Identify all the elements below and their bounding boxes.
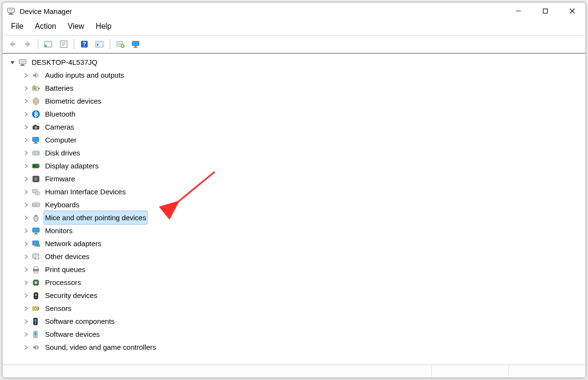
- svg-point-38: [35, 100, 37, 103]
- expander-icon[interactable]: [23, 318, 29, 325]
- toolbar-scan-button[interactable]: [92, 37, 107, 51]
- tree-item[interactable]: Processors: [2, 276, 586, 289]
- svg-rect-11: [45, 41, 52, 43]
- expander-icon[interactable]: [23, 111, 29, 118]
- expander-icon[interactable]: [9, 59, 16, 66]
- svg-point-111: [35, 308, 36, 309]
- computer-icon: [31, 135, 41, 145]
- tree-item[interactable]: Audio inputs and outputs: [2, 69, 586, 82]
- menu-help[interactable]: Help: [90, 21, 117, 32]
- expander-icon[interactable]: [23, 202, 29, 208]
- svg-rect-66: [33, 204, 34, 205]
- tree-item[interactable]: Display adapters: [2, 159, 586, 172]
- tree-item-label: Software components: [44, 314, 116, 328]
- svg-rect-1: [9, 9, 13, 11]
- expander-icon[interactable]: [23, 163, 29, 169]
- tree-item[interactable]: Print queues: [2, 263, 586, 276]
- svg-rect-70: [38, 204, 39, 205]
- expander-icon[interactable]: [23, 176, 29, 182]
- tree-item[interactable]: Monitors: [2, 224, 586, 237]
- svg-rect-34: [34, 87, 37, 89]
- maximize-button[interactable]: [532, 2, 559, 20]
- tree-item[interactable]: Security devices: [2, 289, 586, 302]
- toolbar-back-button[interactable]: [5, 37, 20, 51]
- tree-item[interactable]: Network adapters: [2, 237, 586, 250]
- tree-item[interactable]: ? Other devices: [2, 250, 586, 263]
- menu-action[interactable]: Action: [29, 21, 62, 32]
- tree-item-label: Display adapters: [44, 159, 100, 173]
- tree-item-label: Sound, video and game controllers: [44, 340, 158, 354]
- tree-item-label: Firmware: [44, 172, 77, 186]
- toolbar-forward-button[interactable]: [21, 37, 35, 51]
- tree-item[interactable]: Bluetooth: [2, 107, 586, 120]
- svg-text:?: ?: [82, 41, 86, 48]
- tree-item[interactable]: Batteries: [2, 82, 586, 95]
- expander-icon[interactable]: [23, 331, 29, 338]
- expander-icon[interactable]: [23, 292, 29, 299]
- svg-point-92: [37, 269, 38, 270]
- tree-item[interactable]: Mice and other pointing devices: [2, 211, 586, 224]
- expander-icon[interactable]: [23, 305, 29, 312]
- tree-item[interactable]: Cameras: [2, 120, 586, 133]
- tree-item-label: Network adapters: [44, 237, 103, 250]
- expander-icon[interactable]: [23, 214, 29, 221]
- tree-item[interactable]: Software devices: [2, 328, 586, 341]
- battery-icon: [31, 83, 41, 93]
- toolbar-add-legacy-button[interactable]: [113, 37, 127, 51]
- expander-icon[interactable]: [23, 150, 29, 156]
- tree-item[interactable]: Biometric devices: [2, 95, 586, 107]
- expander-icon[interactable]: [23, 227, 29, 234]
- tree-item-label: Processors: [44, 275, 82, 289]
- tree-item[interactable]: Software components: [2, 315, 586, 328]
- tree-root[interactable]: DESKTOP-4L537JQ: [2, 56, 586, 69]
- expander-icon[interactable]: [23, 344, 29, 351]
- tree-item-label: Disk drives: [44, 146, 81, 160]
- security-icon: [31, 291, 41, 300]
- svg-rect-3: [9, 14, 13, 15]
- expander-icon[interactable]: [23, 98, 29, 105]
- expander-icon[interactable]: [23, 279, 29, 286]
- minimize-button[interactable]: [505, 2, 532, 20]
- mouse-icon: [31, 213, 41, 223]
- device-tree[interactable]: DESKTOP-4L537JQ Audio inputs and outputs…: [2, 54, 586, 365]
- tree-item-label: Biometric devices: [44, 94, 103, 108]
- svg-rect-49: [34, 153, 36, 154]
- toolbar-properties-button[interactable]: [57, 37, 71, 51]
- menu-file[interactable]: File: [5, 21, 29, 32]
- expander-icon[interactable]: [23, 240, 29, 247]
- software-device-icon: [31, 330, 41, 339]
- bluetooth-icon: [31, 109, 41, 119]
- svg-rect-51: [34, 165, 35, 167]
- expander-icon[interactable]: [23, 124, 29, 131]
- expander-icon[interactable]: [23, 72, 29, 79]
- tree-item[interactable]: Computer: [2, 133, 586, 146]
- svg-rect-81: [35, 246, 37, 247]
- tree-item[interactable]: Human Interface Devices: [2, 185, 586, 198]
- fingerprint-icon: [31, 96, 41, 106]
- tree-item[interactable]: Sound, video and game controllers: [2, 341, 586, 354]
- cpu-icon: [31, 278, 41, 287]
- tree-item[interactable]: Keyboards: [2, 198, 586, 211]
- toolbar-help-button[interactable]: ?: [77, 37, 92, 51]
- svg-rect-72: [35, 205, 37, 206]
- sensor-icon: [31, 304, 41, 313]
- svg-rect-41: [34, 125, 36, 126]
- software-component-icon: [31, 317, 41, 326]
- close-button[interactable]: [559, 2, 586, 20]
- expander-icon[interactable]: [23, 266, 29, 273]
- expander-icon[interactable]: [23, 85, 29, 92]
- expander-icon[interactable]: [23, 189, 29, 195]
- tree-item[interactable]: Disk drives: [2, 146, 586, 159]
- tree-item[interactable]: Firmware: [2, 172, 586, 185]
- menu-view[interactable]: View: [62, 21, 90, 32]
- titlebar[interactable]: Device Manager: [2, 2, 586, 20]
- toolbar-show-hidden-button[interactable]: [41, 37, 56, 51]
- svg-rect-68: [35, 204, 36, 205]
- hid-icon: [31, 187, 41, 197]
- tree-item-label: Monitors: [44, 224, 74, 238]
- expander-icon[interactable]: [23, 253, 29, 260]
- expander-icon[interactable]: [23, 137, 29, 143]
- toolbar-monitor-button[interactable]: [128, 37, 143, 51]
- tree-item[interactable]: Sensors: [2, 302, 586, 315]
- app-icon: [6, 6, 16, 16]
